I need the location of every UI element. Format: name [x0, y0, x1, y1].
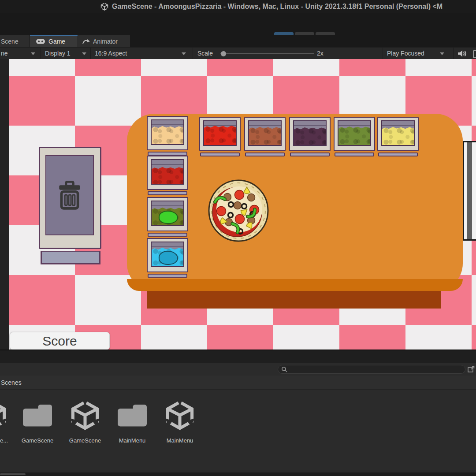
order-ticket[interactable]	[463, 141, 476, 241]
tab-scene-label: Scene	[1, 38, 19, 45]
view-mode-dropdown[interactable]: ne	[1, 48, 8, 59]
cheese-bin[interactable]	[377, 117, 419, 151]
game-view-toolbar: ne Display 1 16:9 Aspect Scale 2x Play F…	[0, 47, 476, 59]
open-new-window-icon[interactable]	[468, 366, 475, 373]
bin-window	[151, 242, 184, 267]
score-label: Score	[10, 332, 110, 350]
speaker-icon[interactable]	[457, 50, 467, 57]
game-viewport: Score	[0, 59, 476, 350]
bin-window	[151, 201, 184, 226]
bin-lip	[148, 191, 187, 195]
gamepad-icon	[36, 38, 45, 45]
tab-scene[interactable]: Scene	[0, 35, 30, 47]
project-path-header[interactable]: Scenes	[0, 376, 476, 390]
water-bin-contents	[152, 247, 183, 266]
trash-panel	[45, 155, 94, 235]
bin-lip	[335, 152, 374, 156]
tab-animator[interactable]: Animator	[78, 35, 130, 47]
tomato-sauce-bin-contents	[152, 166, 183, 184]
bin-window	[381, 120, 415, 146]
meat-bin-contents	[249, 126, 281, 145]
bin-lip	[148, 233, 187, 237]
water-bin-blob	[159, 251, 178, 264]
bin-frame	[289, 117, 331, 151]
bin-lip	[148, 152, 187, 156]
project-search-input[interactable]	[289, 366, 465, 373]
bin-frame	[199, 117, 241, 151]
project-item-label: GameScene	[15, 437, 60, 444]
view-tab-bar: Scene Game Animator	[0, 35, 476, 47]
sausage-topping	[248, 194, 255, 201]
bin-frame	[147, 116, 188, 150]
project-item-gamescene[interactable]: GameScene	[62, 399, 108, 444]
project-item-e[interactable]: e...	[0, 399, 15, 444]
tomato-sauce-bin[interactable]	[147, 156, 188, 190]
bin-frame	[147, 197, 188, 231]
scale-label: Scale	[197, 48, 213, 59]
display-dropdown[interactable]: Display 1	[45, 48, 71, 59]
chevron-down-icon	[440, 52, 444, 55]
play-focused-dropdown[interactable]: Play Focused	[387, 48, 424, 59]
horizontal-scrollbar[interactable]	[0, 472, 476, 476]
project-item-label: GameScene	[62, 437, 108, 444]
trash-base	[41, 251, 100, 264]
order-ticket-stripe	[467, 142, 472, 239]
tomato-chunks-bin[interactable]	[199, 117, 241, 151]
dough-bin[interactable]	[147, 116, 188, 150]
search-field[interactable]	[278, 365, 465, 374]
greens-bin[interactable]	[334, 117, 375, 151]
pepperoni-topping	[235, 190, 244, 200]
scale-slider-track[interactable]	[220, 53, 314, 54]
pepperoni-topping	[217, 207, 226, 216]
chevron-down-icon	[82, 52, 86, 55]
unity-editor-window: GameScene - AmoongusPizzaria - Windows, …	[0, 0, 476, 476]
bin-frame	[244, 117, 286, 151]
separator	[470, 48, 470, 59]
scale-value: 2x	[317, 48, 324, 59]
chevron-down-icon	[31, 52, 35, 55]
pesto-bin-blob	[159, 211, 178, 224]
water-bin[interactable]	[147, 238, 188, 272]
pizza[interactable]	[207, 178, 270, 243]
trash-icon	[57, 181, 82, 210]
cheese-bin-contents	[382, 126, 414, 145]
aspect-ratio-dropdown[interactable]: 16:9 Aspect	[95, 48, 127, 59]
project-toolbar	[0, 363, 476, 376]
pesto-bin-contents	[152, 207, 183, 225]
unity-logo-icon	[100, 3, 108, 11]
bin-lip	[148, 274, 187, 278]
bin-window	[293, 120, 327, 146]
stats-icon[interactable]	[473, 50, 476, 58]
project-item-label: MainMenu	[109, 437, 155, 444]
bin-lip	[378, 152, 418, 156]
folder-icon	[116, 402, 148, 428]
active-tab-indicator	[30, 35, 78, 36]
bin-lip	[200, 152, 240, 156]
separator	[41, 48, 41, 59]
project-item-gamescene[interactable]: GameScene	[15, 399, 60, 444]
animator-icon	[82, 38, 90, 45]
bin-window	[248, 120, 282, 146]
unity-cube-icon	[100, 3, 108, 11]
project-item-mainmenu[interactable]: MainMenu	[109, 399, 155, 444]
bin-window	[203, 120, 237, 146]
separator	[193, 48, 193, 59]
trash-station[interactable]	[39, 147, 101, 264]
scale-slider-thumb[interactable]	[221, 51, 226, 56]
pesto-bin[interactable]	[147, 197, 188, 231]
bin-frame	[147, 238, 188, 272]
pepperoni-topping	[235, 215, 245, 224]
tab-game[interactable]: Game	[30, 35, 78, 47]
project-item-mainmenu[interactable]: MainMenu	[157, 399, 203, 444]
sausage-topping	[234, 202, 242, 209]
dough-bin-contents	[152, 125, 183, 144]
olives-bin[interactable]	[289, 117, 331, 151]
unity-cube-icon	[0, 400, 7, 430]
trash-card	[39, 147, 101, 249]
unity-cube-icon	[165, 400, 195, 430]
meat-bin[interactable]	[244, 117, 286, 151]
project-folder-label: Scenes	[1, 379, 22, 386]
unity-cube-icon	[70, 400, 100, 430]
scrollbar-thumb[interactable]	[0, 473, 26, 475]
transport-bar	[0, 13, 476, 35]
